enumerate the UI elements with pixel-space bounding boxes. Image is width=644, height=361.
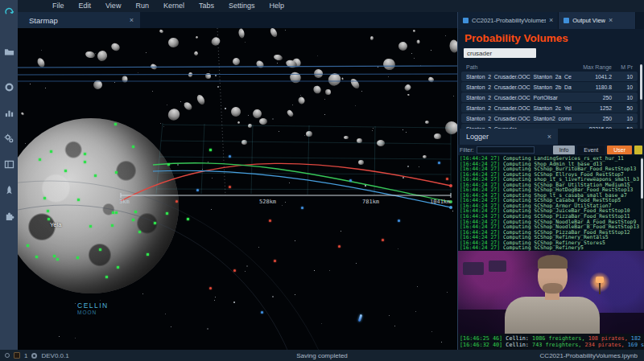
poi-marker-green[interactable] bbox=[111, 224, 114, 227]
poi-marker-green[interactable] bbox=[84, 153, 86, 155]
poi-marker-red[interactable] bbox=[446, 178, 448, 180]
poi-marker-blue[interactable] bbox=[398, 219, 400, 222]
menu-item-kernel[interactable]: Kernel bbox=[156, 0, 192, 12]
background-screen bbox=[489, 260, 506, 272]
poi-marker-blue[interactable] bbox=[438, 162, 440, 164]
folder-icon[interactable] bbox=[2, 45, 15, 58]
logger-tab-bar: Logger × bbox=[458, 129, 644, 145]
poi-marker-green[interactable] bbox=[76, 256, 79, 259]
tab-starmap[interactable]: Starmap × bbox=[18, 12, 140, 28]
table-row[interactable]: Stanton_2_Crusader.OOC_PortOlisar25010 bbox=[461, 92, 638, 102]
body-label[interactable]: CELLIN MOON bbox=[77, 302, 109, 315]
poi-marker-green[interactable] bbox=[154, 222, 156, 224]
poi-marker-red[interactable] bbox=[382, 239, 384, 241]
search-input[interactable] bbox=[464, 48, 536, 58]
poi-marker-red[interactable] bbox=[175, 200, 178, 203]
poi-marker-green[interactable] bbox=[43, 197, 46, 199]
menu-item-file[interactable]: File bbox=[45, 0, 72, 12]
poi-marker-green[interactable] bbox=[112, 211, 114, 214]
table-row[interactable]: Stanton_2_Crusader.OOC_Stanton2_comm_001… bbox=[461, 113, 638, 123]
menu-item-edit[interactable]: Edit bbox=[72, 0, 99, 12]
poi-marker-green[interactable] bbox=[56, 258, 59, 260]
header-path: Path bbox=[466, 64, 572, 70]
poi-marker-green[interactable] bbox=[132, 219, 134, 221]
status-bar: 1 DEV0.0.1 Saving completed CC2021-Proba… bbox=[0, 350, 644, 361]
tab-output-view[interactable]: Output View× bbox=[559, 11, 636, 29]
poi-marker-green[interactable] bbox=[187, 218, 189, 220]
poi-label[interactable]: Yela bbox=[50, 221, 61, 228]
tab-logger[interactable]: Logger × bbox=[460, 129, 558, 145]
poi-marker-green[interactable] bbox=[147, 253, 149, 256]
poi-marker-blue[interactable] bbox=[261, 311, 263, 314]
record-icon[interactable] bbox=[2, 80, 15, 93]
poi-marker-green[interactable] bbox=[117, 266, 119, 269]
poi-marker-green[interactable] bbox=[53, 255, 56, 257]
menu-item-view[interactable]: View bbox=[98, 0, 128, 12]
cell-max-range: 1041.2 bbox=[572, 74, 612, 80]
log-scrollbar[interactable] bbox=[641, 157, 643, 249]
poi-marker-green[interactable] bbox=[99, 248, 101, 251]
poi-marker-blue[interactable] bbox=[301, 207, 303, 209]
poi-marker-green[interactable] bbox=[77, 199, 80, 201]
event-filter-button[interactable]: Event bbox=[577, 146, 605, 154]
poi-marker-red[interactable] bbox=[338, 245, 341, 248]
table-row[interactable]: Stanton_2_Crusader.OOC_Stanton_2b_Daymar… bbox=[461, 82, 638, 92]
poi-marker-green[interactable] bbox=[114, 123, 117, 125]
poi-marker-red[interactable] bbox=[209, 287, 212, 289]
close-icon[interactable]: × bbox=[549, 16, 553, 24]
poi-marker-red[interactable] bbox=[229, 186, 231, 188]
poi-marker-blue[interactable] bbox=[229, 155, 231, 158]
menu-item-settings[interactable]: Settings bbox=[221, 0, 262, 12]
user-filter-button[interactable]: User bbox=[607, 146, 632, 154]
layout-icon[interactable] bbox=[2, 158, 15, 170]
poi-marker-green[interactable] bbox=[27, 244, 29, 247]
services-icon[interactable] bbox=[2, 132, 15, 145]
poi-marker-blue[interactable] bbox=[196, 189, 199, 191]
notebook-icon bbox=[463, 18, 469, 23]
poi-marker-green[interactable] bbox=[64, 170, 67, 172]
header-m-pr: M Pr bbox=[612, 64, 633, 70]
probability-volumes-panel: Probability Volumes Path Max Range M Pr … bbox=[458, 29, 644, 129]
menu-item-tabs[interactable]: Tabs bbox=[192, 0, 221, 12]
table-row[interactable]: Stanton_2_Crusader.OOC_Stanton_2a_Cellin… bbox=[461, 72, 638, 81]
menu-item-help[interactable]: Help bbox=[262, 0, 291, 12]
menu-item-run[interactable]: Run bbox=[128, 0, 156, 12]
poi-marker-red[interactable] bbox=[269, 219, 271, 222]
table-row[interactable]: Stanton_2_Crusader.OOC_Stanton_2c_Yela12… bbox=[461, 103, 638, 113]
poi-marker-green[interactable] bbox=[115, 171, 118, 174]
poi-marker-green[interactable] bbox=[84, 161, 86, 163]
poi-marker-green[interactable] bbox=[134, 211, 137, 213]
poi-marker-green[interactable] bbox=[105, 276, 108, 278]
cell-max-range: 1180.8 bbox=[572, 84, 612, 90]
starmap-viewport[interactable]: 3km528km781km1041km Yela CELLIN MOON bbox=[18, 28, 457, 350]
poi-marker-green[interactable] bbox=[138, 231, 141, 233]
puzzle-icon[interactable] bbox=[2, 209, 15, 222]
poi-marker-green[interactable] bbox=[47, 210, 49, 212]
close-icon[interactable]: × bbox=[547, 133, 551, 141]
poi-marker-green[interactable] bbox=[47, 218, 50, 220]
filter-input[interactable] bbox=[477, 146, 535, 154]
poi-marker-green[interactable] bbox=[166, 212, 168, 215]
poi-marker-red[interactable] bbox=[233, 269, 236, 272]
poi-marker-green[interactable] bbox=[115, 211, 118, 214]
poi-marker-green[interactable] bbox=[50, 150, 52, 153]
tab-cc2021-probabilityvolumes-i[interactable]: CC2021-ProbabilityVolumes.i× bbox=[458, 11, 559, 29]
log-line: [16:44:24 27] Computing SCShop_Refinery5 bbox=[460, 245, 644, 251]
poi-marker-blue[interactable] bbox=[349, 179, 352, 182]
close-icon[interactable]: × bbox=[130, 16, 134, 24]
poi-marker-green[interactable] bbox=[35, 256, 38, 258]
poi-marker-green[interactable] bbox=[209, 149, 212, 151]
close-icon[interactable]: × bbox=[609, 16, 613, 24]
poi-marker-red[interactable] bbox=[274, 260, 276, 262]
poi-marker-green[interactable] bbox=[132, 146, 134, 148]
poi-marker-green[interactable] bbox=[167, 163, 170, 166]
cell-m-pr: 10 bbox=[612, 95, 633, 101]
poi-marker-green[interactable] bbox=[94, 174, 97, 177]
chart-icon[interactable] bbox=[2, 106, 15, 119]
rocket-icon[interactable] bbox=[2, 183, 15, 196]
warning-filter-button[interactable] bbox=[634, 146, 642, 154]
app-logo bbox=[2, 5, 15, 18]
poi-marker-green[interactable] bbox=[89, 225, 92, 228]
info-filter-button[interactable]: Info bbox=[553, 146, 576, 154]
poi-marker-green[interactable] bbox=[39, 158, 41, 161]
